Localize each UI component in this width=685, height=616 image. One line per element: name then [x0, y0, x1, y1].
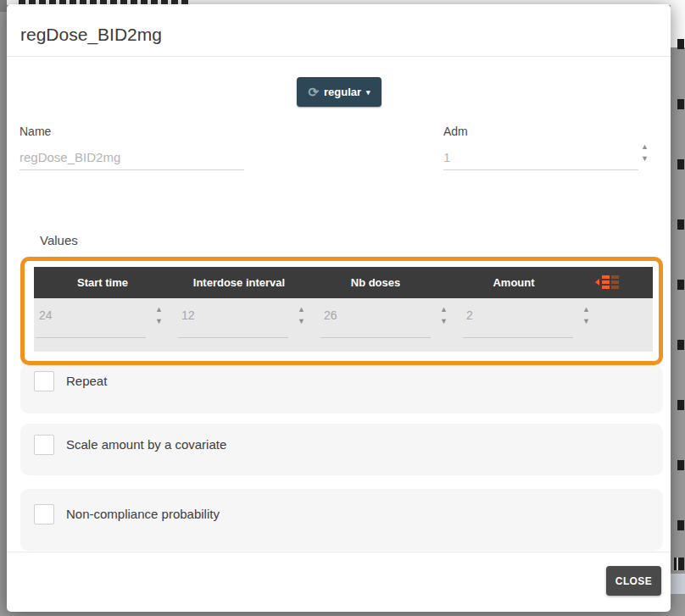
refresh-icon: ⟳ [308, 85, 319, 100]
repeat-checkbox[interactable] [34, 371, 54, 391]
stepper-up-icon[interactable]: ▲ [298, 306, 305, 314]
caret-left-icon [595, 279, 599, 286]
background-fragment [677, 400, 684, 410]
stepper-up-icon[interactable]: ▲ [582, 306, 590, 314]
adm-input-underline [443, 169, 638, 170]
start-time-cell: 24 ▲ ▼ [36, 298, 164, 352]
background-fragment [671, 574, 685, 594]
interdose-interval-stepper[interactable]: ▲ ▼ [298, 306, 305, 325]
non-compliance-option-panel: Non-compliance probability [20, 489, 663, 551]
close-button[interactable]: CLOSE [606, 566, 661, 596]
nb-doses-stepper[interactable]: ▲ ▼ [440, 306, 448, 325]
background-fragment [677, 219, 684, 230]
column-header-start-time: Start time [77, 267, 128, 298]
column-header-nb-doses: Nb doses [351, 267, 401, 298]
repeat-option-panel: Repeat [20, 364, 663, 413]
screen: regDose_BID2mg ⟳ regular ▾ Name regDose_… [0, 0, 685, 616]
stepper-down-icon[interactable]: ▼ [298, 318, 305, 325]
values-section-label: Values [40, 233, 78, 247]
stepper-down-icon[interactable]: ▼ [582, 318, 590, 325]
scale-amount-option-panel: Scale amount by a covariate [20, 424, 663, 475]
dialog-title: regDose_BID2mg [20, 25, 162, 45]
adm-stepper[interactable]: ▲ ▼ [641, 143, 649, 163]
name-input-underline [19, 169, 244, 170]
background-fragment [677, 340, 684, 350]
stepper-down-icon[interactable]: ▼ [440, 318, 448, 325]
column-header-interdose-interval: Interdose interval [193, 267, 285, 298]
start-time-stepper[interactable]: ▲ ▼ [155, 306, 163, 325]
dose-type-dropdown[interactable]: ⟳ regular ▾ [297, 77, 381, 107]
input-underline [36, 337, 146, 338]
list-bar [602, 286, 619, 289]
column-header-amount: Amount [493, 267, 534, 298]
adm-input[interactable]: 1 [443, 150, 450, 164]
table-list-toggle-icon[interactable] [595, 275, 619, 290]
list-bar [602, 275, 619, 279]
background-fragment [677, 99, 684, 109]
name-input[interactable]: regDose_BID2mg [19, 150, 120, 164]
background-fragment [677, 159, 684, 169]
non-compliance-checkbox[interactable] [34, 504, 54, 524]
background-fragment [0, 0, 7, 12]
amount-stepper[interactable]: ▲ ▼ [582, 306, 590, 325]
input-underline [178, 337, 288, 338]
stepper-up-icon[interactable]: ▲ [155, 306, 163, 314]
background-fragment [674, 558, 684, 570]
input-underline [463, 337, 573, 338]
background-fragment [677, 460, 684, 470]
interdose-interval-input[interactable]: 12 [181, 308, 195, 322]
non-compliance-label: Non-compliance probability [66, 504, 220, 524]
repeat-label: Repeat [66, 371, 107, 391]
nb-doses-input[interactable]: 26 [324, 308, 337, 322]
dose-dialog: regDose_BID2mg ⟳ regular ▾ Name regDose_… [7, 4, 671, 612]
interdose-interval-cell: 12 ▲ ▼ [178, 298, 307, 352]
input-underline [320, 337, 431, 338]
background-fragment [677, 39, 684, 49]
background-fragment [677, 520, 684, 530]
values-table-row: 24 ▲ ▼ 12 ▲ ▼ 26 ▲ ▼ [34, 298, 653, 352]
stepper-up-icon[interactable]: ▲ [440, 306, 448, 314]
amount-input[interactable]: 2 [466, 308, 473, 322]
header-divider [7, 56, 671, 57]
stepper-down-icon[interactable]: ▼ [155, 318, 163, 325]
values-table-header: Start time Interdose interval Nb doses A… [34, 267, 653, 298]
chevron-down-icon: ▾ [366, 88, 370, 97]
footer-divider [7, 552, 671, 552]
dose-type-label: regular [324, 86, 361, 98]
nb-doses-cell: 26 ▲ ▼ [320, 298, 449, 352]
start-time-input[interactable]: 24 [39, 308, 53, 322]
adm-label: Adm [443, 125, 468, 138]
list-bar [602, 280, 619, 284]
scale-amount-checkbox[interactable] [34, 435, 54, 455]
stepper-up-icon[interactable]: ▲ [641, 143, 649, 151]
stepper-down-icon[interactable]: ▼ [641, 155, 649, 163]
amount-cell: 2 ▲ ▼ [463, 298, 592, 352]
scale-amount-label: Scale amount by a covariate [66, 435, 226, 455]
name-label: Name [19, 125, 51, 138]
background-fragment [677, 280, 684, 290]
